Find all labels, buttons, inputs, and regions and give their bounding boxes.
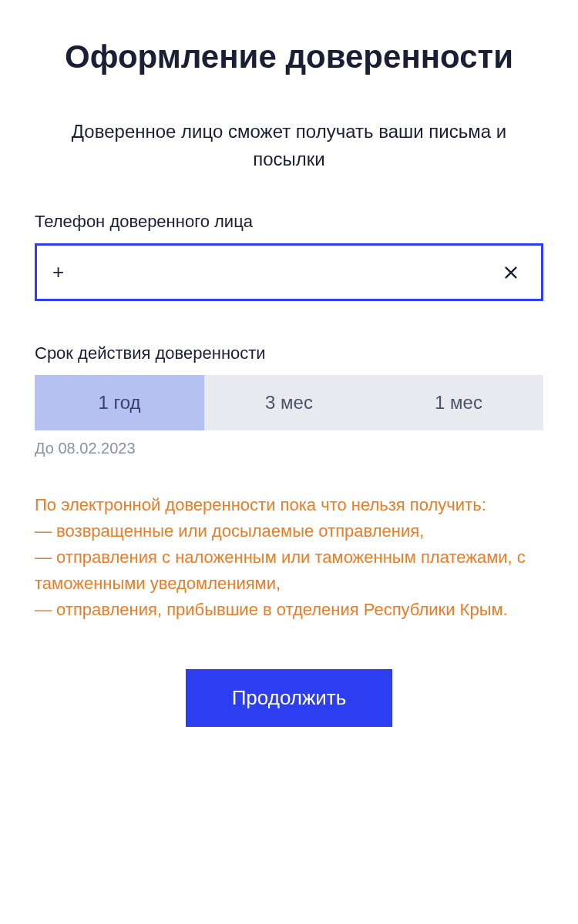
validity-label: Срок действия доверенности xyxy=(35,343,543,363)
segment-1-year[interactable]: 1 год xyxy=(35,375,204,430)
phone-label: Телефон доверенного лица xyxy=(35,212,543,232)
close-icon xyxy=(502,264,519,281)
warning-item-3: — отправления, прибывшие в отделения Рес… xyxy=(35,597,543,623)
segment-1-month[interactable]: 1 мес xyxy=(374,375,543,430)
description-text: Доверенное лицо сможет получать ваши пис… xyxy=(35,118,543,173)
valid-until-text: До 08.02.2023 xyxy=(35,440,543,457)
validity-segments: 1 год 3 мес 1 мес xyxy=(35,375,543,430)
warning-item-2: — отправления с наложенным или таможенны… xyxy=(35,544,543,597)
warning-text: По электронной доверенности пока что нел… xyxy=(35,492,543,623)
phone-input-wrapper xyxy=(35,243,543,301)
segment-3-months[interactable]: 3 мес xyxy=(204,375,374,430)
continue-button[interactable]: Продолжить xyxy=(186,669,393,727)
warning-intro: По электронной доверенности пока что нел… xyxy=(35,492,543,518)
phone-input[interactable] xyxy=(52,260,496,284)
page-title: Оформление доверенности xyxy=(35,38,543,75)
warning-item-1: — возвращенные или досылаемые отправлени… xyxy=(35,518,543,544)
clear-button[interactable] xyxy=(496,258,526,287)
